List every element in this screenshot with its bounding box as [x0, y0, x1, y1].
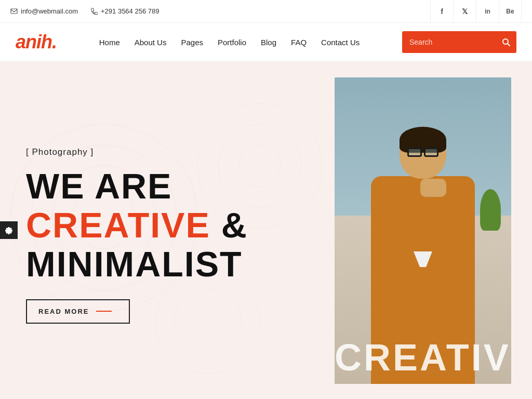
person-hand — [420, 179, 446, 197]
gear-icon — [4, 225, 14, 235]
behance-link[interactable]: Be — [499, 0, 522, 23]
hero-title: WE ARE CREATIVE & MINIMALIST — [26, 167, 327, 283]
phone-text: +291 3564 256 789 — [101, 7, 159, 15]
hero-title-part1: WE ARE — [26, 166, 172, 206]
email-icon — [10, 8, 18, 15]
hero-tag: [ Photography ] — [26, 147, 327, 157]
nav-faq[interactable]: FAQ — [291, 38, 307, 47]
main-nav: Home About Us Pages Portfolio Blog FAQ C… — [99, 38, 360, 47]
linkedin-link[interactable]: in — [476, 0, 499, 23]
email-contact[interactable]: info@webmail.com — [10, 7, 78, 15]
person-collar — [407, 251, 438, 267]
nav-pages[interactable]: Pages — [181, 38, 203, 47]
glasses-left — [407, 148, 422, 157]
svg-line-2 — [508, 44, 510, 46]
search-icon — [502, 38, 510, 46]
hero-image: CREATIVE — [335, 77, 511, 384]
hero-watermark: CREATIVE — [335, 336, 511, 379]
top-bar-contacts: info@webmail.com +291 3564 256 789 — [10, 7, 159, 15]
nav-home[interactable]: Home — [99, 38, 120, 47]
button-line-decoration — [96, 311, 112, 312]
hero-photo: CREATIVE — [335, 77, 511, 384]
nav-portfolio[interactable]: Portfolio — [218, 38, 246, 47]
twitter-link[interactable]: 𝕏 — [453, 0, 476, 23]
hero-title-part2: & — [210, 205, 248, 245]
nav-about[interactable]: About Us — [135, 38, 167, 47]
hero-section: [ Photography ] WE ARE CREATIVE & MINIMA… — [0, 62, 532, 398]
social-links: f 𝕏 in Be — [430, 0, 522, 23]
read-more-button[interactable]: READ MORE — [26, 299, 130, 324]
top-bar: info@webmail.com +291 3564 256 789 f 𝕏 i… — [0, 0, 532, 23]
hero-content: [ Photography ] WE ARE CREATIVE & MINIMA… — [26, 62, 327, 398]
phone-contact[interactable]: +291 3564 256 789 — [90, 7, 159, 15]
settings-icon[interactable] — [0, 221, 18, 239]
person-head — [400, 127, 446, 179]
svg-rect-0 — [11, 9, 17, 14]
email-text: info@webmail.com — [21, 7, 78, 15]
site-logo[interactable]: anih. — [16, 31, 57, 53]
hero-title-accent: CREATIVE — [26, 205, 210, 245]
site-header: anih. Home About Us Pages Portfolio Blog… — [0, 23, 532, 62]
nav-blog[interactable]: Blog — [261, 38, 276, 47]
nav-contact[interactable]: Contact Us — [321, 38, 360, 47]
search-button[interactable] — [496, 31, 516, 53]
photo-plant — [480, 189, 501, 231]
facebook-link[interactable]: f — [430, 0, 453, 23]
glasses-right — [424, 148, 438, 157]
search-form — [402, 31, 516, 53]
search-input[interactable] — [402, 38, 496, 46]
read-more-label: READ MORE — [38, 308, 89, 315]
phone-icon — [90, 8, 98, 15]
person-glasses — [400, 148, 446, 157]
hero-title-line2: MINIMALIST — [26, 244, 243, 284]
